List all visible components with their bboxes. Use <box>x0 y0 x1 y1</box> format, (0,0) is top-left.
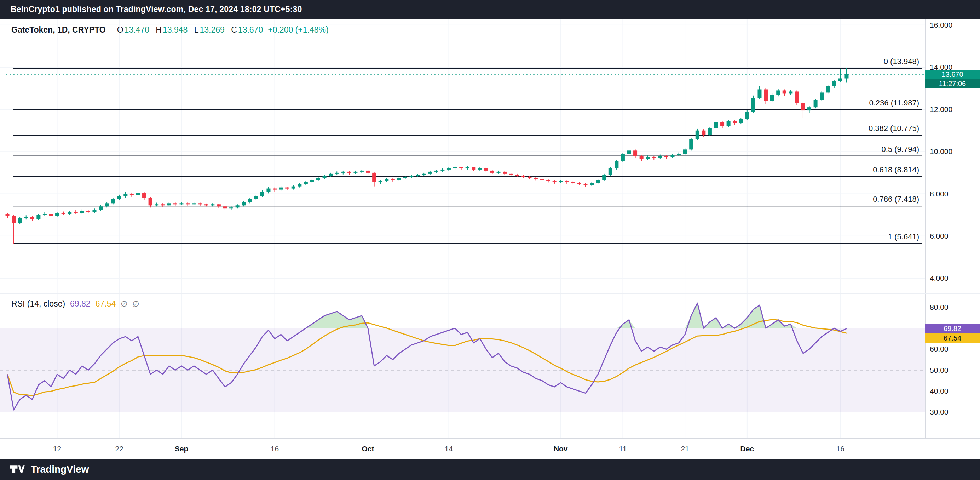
change-value: +0.200 (+1.48%) <box>268 25 328 35</box>
fib-level-label[interactable]: 0.236 (11.987) <box>869 99 919 108</box>
low-label: L <box>194 25 199 34</box>
rsi-title[interactable]: RSI (14, close) <box>11 299 65 309</box>
rsi-ma-current-value: 67.54 <box>95 299 116 309</box>
rsi-axis-label: 40.00 <box>930 387 948 395</box>
price-axis-label: 12.000 <box>930 105 952 114</box>
fib-level-label[interactable]: 0.786 (7.418) <box>873 195 919 204</box>
time-axis-label: 21 <box>681 445 689 453</box>
no-value-icon: ∅ <box>132 300 139 309</box>
rsi-current-value: 69.82 <box>70 299 91 309</box>
open-value: 13.470 <box>124 25 149 34</box>
last-price-value: 13.670 <box>925 70 980 79</box>
tradingview-wordmark[interactable]: TradingView <box>31 464 89 475</box>
time-axis-label: 16 <box>836 445 845 453</box>
rsi-header: RSI (14, close) 69.82 67.54 ∅ ∅ <box>11 299 139 309</box>
pane-separator[interactable] <box>0 293 980 294</box>
last-price-badge: 13.670 11:27:06 <box>925 70 980 88</box>
tradingview-logo-icon[interactable] <box>9 464 26 475</box>
fib-level-label[interactable]: 0.618 (8.814) <box>873 165 919 174</box>
branding-bar: TradingView <box>0 458 980 480</box>
time-axis-label: 14 <box>445 445 453 453</box>
price-axis-label: 4.000 <box>930 274 948 282</box>
open-label: O <box>117 25 124 34</box>
time-axis-label: Dec <box>740 445 754 453</box>
close-label: C <box>231 25 237 34</box>
fib-level-label[interactable]: 0.382 (10.775) <box>869 124 919 133</box>
rsi-ma-value-badge: 67.54 <box>925 333 980 343</box>
rsi-axis-label: 50.00 <box>930 366 948 375</box>
time-axis-label: 11 <box>619 445 627 453</box>
fib-level-label[interactable]: 1 (5.641) <box>888 232 919 241</box>
close-value: 13.670 <box>238 25 263 34</box>
price-axis-label: 10.000 <box>930 147 952 156</box>
high-label: H <box>156 25 162 34</box>
chart-area: GateToken, 1D, CRYPTO O13.470 H13.948 L1… <box>0 19 980 458</box>
price-axis-label: 16.000 <box>930 21 952 29</box>
price-axis-label: 6.000 <box>930 232 948 240</box>
fib-level-label[interactable]: 0 (13.948) <box>884 57 919 66</box>
time-axis[interactable]: 1222Sep16Oct14Nov1121Dec16 <box>0 438 980 459</box>
symbol-title[interactable]: GateToken, 1D, CRYPTO <box>11 25 106 35</box>
rsi-pane-chart[interactable] <box>0 294 980 438</box>
rsi-axis-label: 80.00 <box>930 303 948 311</box>
time-axis-label: 22 <box>115 445 124 453</box>
time-axis-label: Nov <box>554 445 568 453</box>
symbol-header: GateToken, 1D, CRYPTO O13.470 H13.948 L1… <box>11 25 329 35</box>
attribution-text: BeInCrypto1 published on TradingView.com… <box>11 5 302 14</box>
time-axis-label: 12 <box>53 445 61 453</box>
time-axis-label: Sep <box>175 445 189 453</box>
rsi-value-badge: 69.82 <box>925 324 980 333</box>
fib-level-label[interactable]: 0.5 (9.794) <box>881 145 919 154</box>
low-value: 13.269 <box>200 25 225 34</box>
published-chart-page: BeInCrypto1 published on TradingView.com… <box>0 0 980 480</box>
price-axis-label: 8.000 <box>930 190 948 198</box>
high-value: 13.948 <box>163 25 188 34</box>
bar-countdown: 11:27:06 <box>925 79 980 88</box>
time-axis-label: Oct <box>362 445 374 453</box>
price-chart[interactable] <box>0 19 980 294</box>
rsi-axis-label: 30.00 <box>930 408 948 416</box>
time-axis-label: 16 <box>270 445 279 453</box>
attribution-bar: BeInCrypto1 published on TradingView.com… <box>0 0 980 19</box>
rsi-axis-label: 60.00 <box>930 345 948 353</box>
ohlc-values: O13.470 H13.948 L13.269 C13.670 <box>113 25 263 35</box>
no-value-icon: ∅ <box>121 300 127 309</box>
